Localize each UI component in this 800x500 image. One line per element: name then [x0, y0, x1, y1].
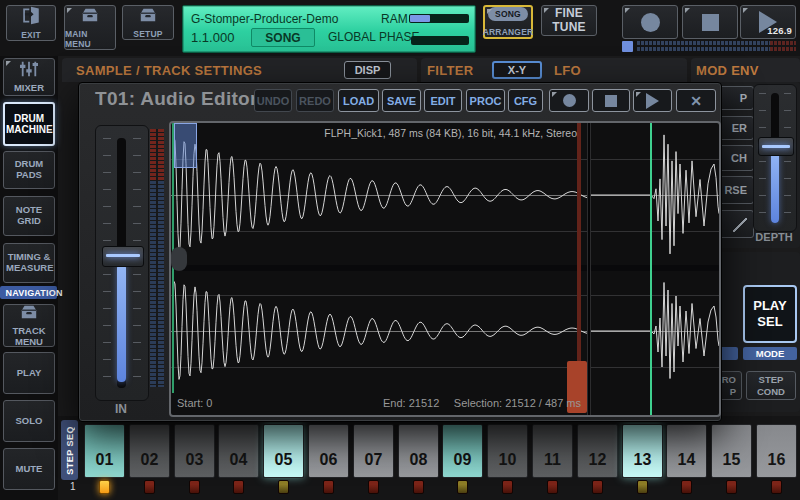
- step-09[interactable]: 09: [442, 424, 483, 478]
- modenv-header: MOD ENV: [696, 63, 759, 78]
- undo-button[interactable]: UNDO: [254, 89, 292, 112]
- save-button[interactable]: SAVE: [382, 89, 421, 112]
- mode-label-text: MODE: [756, 348, 785, 359]
- sidebar-item-solo[interactable]: SOLO: [3, 400, 55, 442]
- zoom-start-marker[interactable]: [650, 123, 652, 415]
- sidebar-item-play[interactable]: PLAY: [3, 352, 55, 394]
- step-pad-icon-13[interactable]: [637, 480, 648, 494]
- step-15[interactable]: 15: [711, 424, 752, 478]
- disp-button[interactable]: DISP: [344, 61, 391, 79]
- redo-button[interactable]: REDO: [296, 89, 334, 112]
- step-number: 03: [186, 451, 204, 469]
- scrollbar-thumb[interactable]: [171, 247, 187, 271]
- zoom-rect[interactable]: [174, 123, 197, 168]
- song-arranger-button[interactable]: SONG ARRANGER: [483, 5, 533, 39]
- load-button[interactable]: LOAD: [338, 89, 379, 112]
- stop-button[interactable]: [682, 5, 738, 39]
- step-14[interactable]: 14: [666, 424, 707, 478]
- sidebar-item-mixer[interactable]: MIXER: [3, 58, 55, 96]
- main-menu-label: MAIN MENU: [65, 29, 115, 49]
- depth-fader[interactable]: [753, 84, 797, 232]
- setup-button[interactable]: SETUP: [122, 5, 174, 40]
- depth-fader-handle[interactable]: [758, 137, 794, 156]
- step-10[interactable]: 10: [487, 424, 528, 478]
- waveform-panel[interactable]: FLPH_Kick1, 487 ms (84 KB), 16 bit, 44.1…: [169, 121, 721, 417]
- cfg-button[interactable]: CFG: [508, 89, 543, 112]
- page-number: 1: [70, 481, 76, 492]
- dialog-play-button[interactable]: [633, 89, 672, 112]
- step-02[interactable]: 02: [129, 424, 170, 478]
- main-menu-button[interactable]: MAIN MENU: [64, 5, 116, 50]
- step-pad-icon-01[interactable]: [99, 480, 110, 494]
- lcd-display: G-Stomper-Producer-Demo RAM 1.1.000 SONG…: [182, 5, 476, 53]
- in-fader[interactable]: [95, 125, 149, 401]
- step-pad-icon-09[interactable]: [457, 480, 468, 494]
- dialog-stop-button[interactable]: [592, 89, 630, 112]
- sidebar-item-drum-pads[interactable]: DRUM PADS: [3, 151, 55, 189]
- step-pad-icon-12[interactable]: [592, 480, 603, 494]
- step-pad-icon-14[interactable]: [681, 480, 692, 494]
- sidebar-item-label: NAVIGATION: [6, 288, 52, 298]
- sidebar-item-mute[interactable]: MUTE: [3, 448, 55, 490]
- step-pad-icon-10[interactable]: [502, 480, 513, 494]
- step-pad-icon-11[interactable]: [547, 480, 558, 494]
- depth-fader-ticks: [759, 93, 766, 223]
- sidebar-item-label: DRUM MACHINE: [6, 113, 52, 136]
- step-number: 15: [723, 451, 741, 469]
- step-pad-icon-07[interactable]: [368, 480, 379, 494]
- sidebar-item-label: SOLO: [6, 416, 52, 427]
- step-number: 16: [768, 451, 786, 469]
- step-pad-icon-06[interactable]: [323, 480, 334, 494]
- waveform-zoom-right: [591, 269, 719, 393]
- step-13[interactable]: 13: [622, 424, 663, 478]
- step-pad-icon-15[interactable]: [726, 480, 737, 494]
- step-number: 09: [454, 451, 472, 469]
- step-07[interactable]: 07: [353, 424, 394, 478]
- step-pad-icon-02[interactable]: [144, 480, 155, 494]
- ram-meter: [409, 14, 469, 23]
- step-pad-icon-05[interactable]: [278, 480, 289, 494]
- dialog-close-button[interactable]: ✕: [676, 89, 716, 112]
- audio-editor-dialog: T01: Audio Editor UNDOREDOLOADSAVEEDITPR…: [78, 82, 722, 422]
- xy-button[interactable]: X-Y: [492, 61, 542, 79]
- step-03[interactable]: 03: [174, 424, 215, 478]
- step-pad-icon-16[interactable]: [771, 480, 782, 494]
- step-16[interactable]: 16: [756, 424, 797, 478]
- step-pad-icon-03[interactable]: [189, 480, 200, 494]
- step-number: 13: [634, 451, 652, 469]
- in-fader-handle[interactable]: [102, 246, 144, 267]
- record-button[interactable]: [622, 5, 678, 39]
- sidebar-item-label: MUTE: [6, 464, 52, 475]
- filter-header: FILTER: [427, 63, 473, 78]
- step-cond-button[interactable]: STEP COND: [746, 371, 796, 400]
- step-seq-tag-label: STEP SEQ: [65, 426, 75, 475]
- proc-button[interactable]: PROC: [466, 89, 505, 112]
- exit-button[interactable]: EXIT: [6, 5, 56, 41]
- step-12[interactable]: 12: [577, 424, 618, 478]
- fine-tune-button[interactable]: FINE TUNE: [541, 5, 597, 36]
- exit-icon: [20, 6, 42, 27]
- lcd-project-title: G-Stomper-Producer-Demo: [191, 12, 338, 26]
- dialog-record-button[interactable]: [549, 89, 589, 112]
- sidebar-item-note-grid[interactable]: NOTE GRID: [3, 196, 55, 236]
- sidebar-item-drum-machine[interactable]: DRUM MACHINE: [3, 102, 55, 146]
- sidebar-item-timing-measure[interactable]: TIMING & MEASURE: [3, 243, 55, 283]
- step-pad-icon-08[interactable]: [413, 480, 424, 494]
- play-button[interactable]: 126.9: [740, 5, 796, 39]
- step-11[interactable]: 11: [532, 424, 573, 478]
- play-sel-button[interactable]: PLAY SEL: [743, 285, 797, 343]
- mode-label: MODE: [743, 347, 797, 360]
- step-06[interactable]: 06: [308, 424, 349, 478]
- waveform-main-left: [172, 123, 588, 267]
- step-pad-icon-04[interactable]: [233, 480, 244, 494]
- lcd-version: 1.1.000: [191, 30, 234, 45]
- step-04[interactable]: 04: [218, 424, 259, 478]
- edit-button[interactable]: EDIT: [424, 89, 462, 112]
- in-fader-label: IN: [95, 402, 147, 416]
- step-01[interactable]: 01: [84, 424, 125, 478]
- exit-label: EXIT: [21, 30, 41, 40]
- sidebar-item-track-menu[interactable]: TRACK MENU: [3, 304, 55, 347]
- step-08[interactable]: 08: [398, 424, 439, 478]
- step-05[interactable]: 05: [263, 424, 304, 478]
- song-position-bar[interactable]: [622, 41, 796, 53]
